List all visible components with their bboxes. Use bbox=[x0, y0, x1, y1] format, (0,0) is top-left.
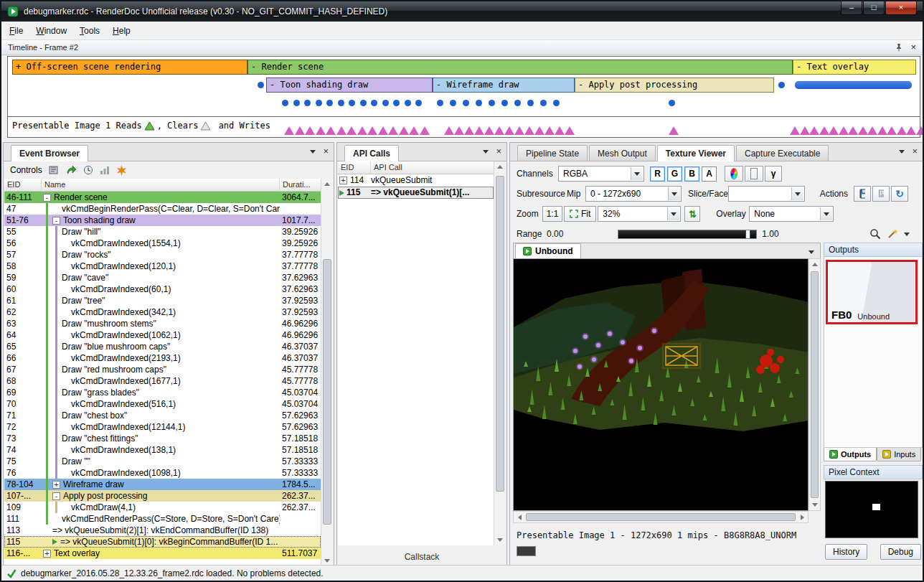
scroll-right-icon[interactable] bbox=[801, 515, 804, 520]
custom-display-button[interactable] bbox=[725, 166, 743, 182]
scroll-left-icon[interactable] bbox=[518, 515, 522, 520]
event-table-header[interactable]: EID Name Durati... bbox=[4, 179, 321, 192]
tab-list-chevron-icon[interactable] bbox=[808, 250, 814, 254]
tab-texture-viewer[interactable]: Texture Viewer bbox=[657, 145, 735, 161]
background-color-swatch[interactable] bbox=[517, 546, 536, 556]
draw-event-dot[interactable] bbox=[326, 100, 333, 106]
column-api-call[interactable]: API Call bbox=[371, 161, 494, 174]
tree-expander[interactable]: - bbox=[52, 217, 60, 225]
texture-horizontal-scrollbar[interactable] bbox=[513, 511, 808, 523]
draw-event-dot[interactable] bbox=[382, 100, 389, 106]
scroll-up-icon[interactable] bbox=[812, 263, 818, 266]
scrollbar-thumb[interactable] bbox=[323, 259, 331, 525]
draw-event-dot[interactable] bbox=[450, 100, 456, 106]
scrollbar-thumb[interactable] bbox=[526, 513, 796, 521]
history-button[interactable]: History bbox=[825, 544, 867, 560]
draw-event-dot[interactable] bbox=[437, 100, 443, 106]
api-calls-scrollbar[interactable] bbox=[494, 161, 506, 545]
menu-item-window[interactable]: Window bbox=[29, 22, 73, 39]
api-call-row[interactable]: +114vkQueueSubmit bbox=[338, 174, 494, 187]
api-call-row[interactable]: 115=> vkQueueSubmit(1)[... bbox=[338, 187, 494, 199]
event-row[interactable]: 64vkCmdDrawIndexed(1062,1)46.96296 bbox=[4, 329, 321, 341]
tree-expander[interactable]: - bbox=[52, 492, 60, 500]
timeline-canvas[interactable]: + Off-screen scene rendering- Render sce… bbox=[8, 57, 920, 116]
event-row[interactable]: 67Draw "red mushroom caps"45.77778 bbox=[4, 364, 321, 375]
open-texture-list-button[interactable] bbox=[872, 186, 890, 202]
column-eid[interactable]: EID bbox=[338, 161, 371, 174]
zoom-fit-button[interactable]: Fit bbox=[564, 206, 596, 222]
event-row[interactable]: 47vkCmdBeginRenderPass(C=Clear, D=Clear,… bbox=[4, 203, 321, 215]
stats-icon[interactable] bbox=[100, 165, 110, 175]
scroll-down-icon[interactable] bbox=[812, 503, 818, 507]
tab-pipeline-state[interactable]: Pipeline State bbox=[517, 145, 588, 161]
column-eid[interactable]: EID bbox=[4, 179, 42, 191]
panel-menu-icon[interactable] bbox=[483, 150, 489, 154]
menu-item-file[interactable]: File bbox=[3, 22, 29, 39]
texture-vertical-scrollbar[interactable] bbox=[808, 258, 821, 511]
slice-face-dropdown[interactable] bbox=[728, 186, 805, 202]
alpha-background-button[interactable] bbox=[745, 166, 763, 182]
tab-api-calls[interactable]: API Calls bbox=[344, 145, 399, 161]
event-row[interactable]: 72vkCmdDrawIndexed(12144,1)57.62963 bbox=[4, 421, 321, 433]
event-row[interactable]: 63Draw "mushroom stems"46.96296 bbox=[4, 318, 321, 329]
draw-event-dot[interactable] bbox=[540, 100, 547, 106]
find-icon[interactable] bbox=[49, 165, 60, 175]
event-row[interactable]: 73Draw "chest fittings"57.18518 bbox=[4, 433, 321, 444]
event-browser-scrollbar[interactable] bbox=[321, 179, 333, 566]
api-table-header[interactable]: EID API Call bbox=[338, 161, 494, 174]
event-row[interactable]: 55Draw "hill"39.25926 bbox=[4, 226, 321, 238]
event-row[interactable]: 109vkCmdDraw(4,1)262.37... bbox=[4, 502, 321, 513]
channel-g-button[interactable]: G bbox=[667, 166, 682, 182]
overlay-dropdown[interactable]: None bbox=[749, 206, 834, 222]
mip-dropdown[interactable]: 0 - 1272x690 bbox=[585, 186, 682, 202]
draw-event-dot[interactable] bbox=[360, 100, 367, 106]
zoom-range-icon[interactable] bbox=[869, 228, 881, 240]
channel-r-button[interactable]: R bbox=[650, 166, 665, 182]
panel-close-icon[interactable]: × bbox=[496, 148, 501, 155]
draw-event-dot[interactable] bbox=[371, 100, 377, 106]
draw-event-dot[interactable] bbox=[349, 100, 355, 106]
texture-display[interactable] bbox=[513, 258, 808, 511]
tab-capture-executable[interactable]: Capture Executable bbox=[736, 145, 829, 161]
event-row[interactable]: 78-104+Wireframe draw1784.5... bbox=[4, 479, 321, 490]
draw-events-pill[interactable] bbox=[795, 81, 912, 89]
event-row[interactable]: 116-...+Text overlay511.7037 bbox=[4, 548, 321, 559]
tab-mesh-output[interactable]: Mesh Output bbox=[589, 145, 656, 161]
panel-close-icon[interactable]: × bbox=[323, 148, 329, 155]
event-row[interactable]: 61Draw "tree"37.92593 bbox=[4, 295, 321, 306]
column-name[interactable]: Name bbox=[42, 179, 280, 191]
draw-event-dot[interactable] bbox=[415, 100, 422, 106]
tab-outputs[interactable]: Outputs bbox=[824, 448, 877, 461]
event-row[interactable]: 58vkCmdDrawIndexed(120,1)37.77778 bbox=[4, 261, 321, 272]
draw-event-dot[interactable] bbox=[476, 100, 482, 106]
draw-event-dot[interactable] bbox=[527, 100, 534, 106]
event-row[interactable]: 66vkCmdDrawIndexed(2193,1)46.37037 bbox=[4, 352, 321, 364]
draw-event-dot[interactable] bbox=[553, 100, 560, 106]
draw-event-dot[interactable] bbox=[338, 100, 344, 106]
event-row[interactable]: 60vkCmdDrawIndexed(60,1)37.62963 bbox=[4, 283, 321, 295]
title-bar[interactable]: debugmarker.rdc - RenderDoc Unofficial r… bbox=[1, 1, 923, 22]
jump-to-event-icon[interactable] bbox=[66, 165, 77, 175]
refresh-button[interactable]: ↻ bbox=[891, 186, 908, 202]
event-row[interactable]: 68vkCmdDrawIndexed(1677,1)45.77778 bbox=[4, 375, 321, 387]
overflow-chevron-icon[interactable] bbox=[904, 233, 910, 236]
draw-event-dot[interactable] bbox=[282, 100, 288, 106]
channel-b-button[interactable]: B bbox=[684, 166, 699, 182]
event-row[interactable]: 59Draw "cave"37.62963 bbox=[4, 272, 321, 283]
event-row[interactable]: 65Draw "blue mushroom caps"46.37037 bbox=[4, 341, 321, 352]
range-slider[interactable] bbox=[618, 230, 757, 239]
draw-event-dot[interactable] bbox=[489, 100, 495, 106]
pin-icon[interactable] bbox=[895, 43, 903, 52]
clock-icon[interactable] bbox=[83, 165, 93, 175]
save-texture-button[interactable] bbox=[854, 186, 871, 202]
tab-inputs[interactable]: Inputs bbox=[877, 448, 921, 461]
range-handle[interactable] bbox=[745, 230, 750, 238]
zoom-1to1-button[interactable]: 1:1 bbox=[542, 206, 562, 222]
event-row[interactable]: 51-76-Toon shading draw1017.7... bbox=[4, 215, 321, 226]
fb0-thumbnail[interactable]: FB0 Unbound bbox=[826, 260, 918, 324]
menu-item-help[interactable]: Help bbox=[106, 22, 137, 39]
draw-event-dot[interactable] bbox=[501, 100, 508, 106]
event-row[interactable]: 111vkCmdEndRenderPass(C=Store, D=Store, … bbox=[4, 513, 321, 525]
channel-a-button[interactable]: A bbox=[702, 166, 717, 182]
flip-y-button[interactable]: ⇅ bbox=[684, 206, 700, 222]
